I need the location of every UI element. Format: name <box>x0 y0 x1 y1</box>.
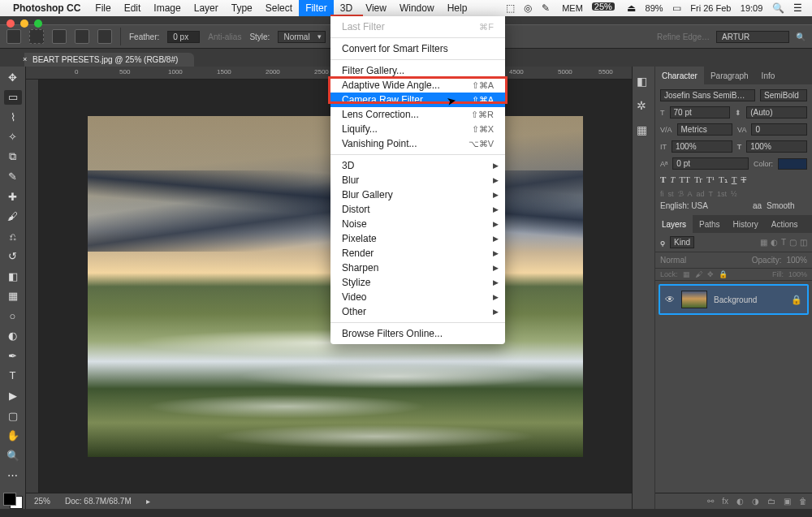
brush-tool[interactable]: 🖌 <box>4 209 22 225</box>
strikethrough-button[interactable]: Ŧ <box>741 174 746 185</box>
subscript-button[interactable]: T₁ <box>719 174 728 185</box>
eyedropper-tool[interactable]: ✎ <box>4 170 22 185</box>
blur-tool[interactable]: ○ <box>4 308 22 324</box>
path-select-tool[interactable]: ▶ <box>4 388 22 403</box>
menuitem-sharpen[interactable]: Sharpen <box>330 261 505 275</box>
move-tool[interactable]: ✥ <box>4 70 22 85</box>
subtract-selection-icon[interactable] <box>75 29 89 44</box>
lasso-tool[interactable]: ⌇ <box>4 110 22 125</box>
foreground-color-swatch[interactable] <box>3 493 16 506</box>
menuitem-noise[interactable]: Noise <box>330 217 505 231</box>
menuitem-pixelate[interactable]: Pixelate <box>330 231 505 246</box>
link-layers-icon[interactable]: ⚯ <box>707 497 714 506</box>
feather-field[interactable]: 0 px <box>167 31 200 43</box>
marquee-tool[interactable]: ▭ <box>4 90 22 106</box>
tab-character[interactable]: Character <box>655 67 704 84</box>
refine-edge-button[interactable]: Refine Edge… <box>657 32 710 41</box>
kerning-field[interactable]: Metrics <box>677 123 733 136</box>
search-icon[interactable]: 🔍 <box>796 32 806 41</box>
group-icon[interactable]: 🗀 <box>767 497 775 506</box>
fx-icon[interactable]: fx <box>722 497 728 506</box>
menu-window[interactable]: Window <box>393 0 441 16</box>
language-select[interactable]: English: USA <box>660 201 748 210</box>
clone-stamp-tool[interactable]: ⎌ <box>4 229 22 244</box>
all-caps-button[interactable]: TT <box>679 174 689 185</box>
eject-icon[interactable]: ⏏ <box>627 2 636 14</box>
visibility-icon[interactable]: 👁 <box>665 294 675 305</box>
lock-all-icon[interactable]: 🔒 <box>719 270 728 278</box>
mask-icon[interactable]: ◐ <box>736 497 744 506</box>
menuitem-adaptive-wide-angle[interactable]: Adaptive Wide Angle...⇧⌘A <box>330 78 505 93</box>
layer-thumbnail[interactable] <box>681 291 707 308</box>
time[interactable]: 19:09 <box>741 3 763 13</box>
menu-image[interactable]: Image <box>147 0 187 16</box>
ruler-horizontal[interactable]: 0 500 1000 1500 2000 2500 3000 3500 4000… <box>26 67 632 80</box>
lock-pos-icon[interactable]: ✥ <box>707 270 714 278</box>
gradient-tool[interactable]: ▦ <box>4 289 22 304</box>
menuitem-vanishing-point[interactable]: Vanishing Point...⌥⌘V <box>330 136 505 151</box>
menuitem-distort[interactable]: Distort <box>330 202 505 217</box>
menu-help[interactable]: Help <box>441 0 474 16</box>
layer-name[interactable]: Background <box>714 295 757 304</box>
pen-tool[interactable]: ✒ <box>4 348 22 364</box>
adjustment-icon[interactable]: ◑ <box>752 497 759 506</box>
tracking-field[interactable]: 0 <box>751 123 807 136</box>
lock-trans-icon[interactable]: ▦ <box>683 270 690 278</box>
opacity-field[interactable]: 100% <box>786 256 807 265</box>
evernote-icon[interactable]: ✎ <box>542 2 550 14</box>
menuitem-blur-gallery[interactable]: Blur Gallery <box>330 187 505 202</box>
date[interactable]: Fri 26 Feb <box>690 3 731 13</box>
faux-italic-button[interactable]: T <box>670 174 675 185</box>
menuitem-stylize[interactable]: Stylize <box>330 275 505 290</box>
marquee-shape-icon[interactable] <box>29 29 44 44</box>
menuitem-filter-gallery[interactable]: Filter Gallery... <box>330 63 505 78</box>
blend-mode-select[interactable]: Normal <box>660 256 747 265</box>
tab-layers[interactable]: Layers <box>655 215 693 233</box>
dodge-tool[interactable]: ◐ <box>4 329 22 344</box>
menuitem-lens-correction[interactable]: Lens Correction...⇧⌘R <box>330 107 505 122</box>
filter-pixel-icon[interactable]: ▦ <box>760 238 767 247</box>
workspace-switcher[interactable]: ARTUR <box>716 31 789 43</box>
tab-paths[interactable]: Paths <box>693 215 727 233</box>
adjustments-panel-icon[interactable]: ◧ <box>637 75 651 89</box>
styles-panel-icon[interactable]: ✲ <box>637 99 651 114</box>
antialias-select[interactable]: Smooth <box>767 201 807 210</box>
zoom-window-icon[interactable] <box>34 19 42 28</box>
menu-edit[interactable]: Edit <box>118 0 148 16</box>
menuitem-browse-filters[interactable]: Browse Filters Online... <box>330 326 505 341</box>
notifications-icon[interactable]: ☰ <box>793 2 802 14</box>
type-tool[interactable]: T <box>4 368 22 384</box>
menuitem-liquify[interactable]: Liquify...⇧⌘X <box>330 122 505 136</box>
baseline-field[interactable]: 0 pt <box>672 157 749 170</box>
filter-kind-icon[interactable]: ϙ <box>660 238 665 247</box>
color-swatches[interactable] <box>3 493 23 509</box>
filter-shape-icon[interactable]: ▢ <box>789 238 797 247</box>
dropbox-icon[interactable]: ⬚ <box>506 2 515 14</box>
crop-tool[interactable]: ⧉ <box>4 149 22 165</box>
style-select[interactable]: Normal <box>278 31 325 43</box>
text-color-swatch[interactable] <box>778 158 807 170</box>
menu-3d[interactable]: 3D <box>334 0 359 16</box>
intersect-selection-icon[interactable] <box>97 29 112 44</box>
filter-type-icon[interactable]: T <box>781 238 786 247</box>
eraser-tool[interactable]: ◧ <box>4 269 22 284</box>
history-brush-tool[interactable]: ↺ <box>4 249 22 265</box>
trash-icon[interactable]: 🗑 <box>799 497 807 506</box>
tab-history[interactable]: History <box>727 215 765 233</box>
add-selection-icon[interactable] <box>52 29 67 44</box>
swatches-panel-icon[interactable]: ▦ <box>637 123 651 138</box>
menu-type[interactable]: Type <box>225 0 259 16</box>
font-family-select[interactable]: Josefin Sans SemiB… <box>660 89 755 101</box>
status-chevron-icon[interactable]: ▸ <box>146 497 150 506</box>
menu-file[interactable]: File <box>89 0 117 16</box>
vscale-field[interactable]: 100% <box>672 140 732 153</box>
underline-button[interactable]: T <box>732 174 737 185</box>
menu-layer[interactable]: Layer <box>188 0 225 16</box>
tab-paragraph[interactable]: Paragraph <box>704 67 755 84</box>
superscript-button[interactable]: T¹ <box>706 174 715 185</box>
tab-actions[interactable]: Actions <box>765 215 805 233</box>
shape-tool[interactable]: ▢ <box>4 408 22 424</box>
close-window-icon[interactable] <box>6 19 15 28</box>
filter-smart-icon[interactable]: ◫ <box>800 238 807 247</box>
minimize-window-icon[interactable] <box>20 19 28 28</box>
